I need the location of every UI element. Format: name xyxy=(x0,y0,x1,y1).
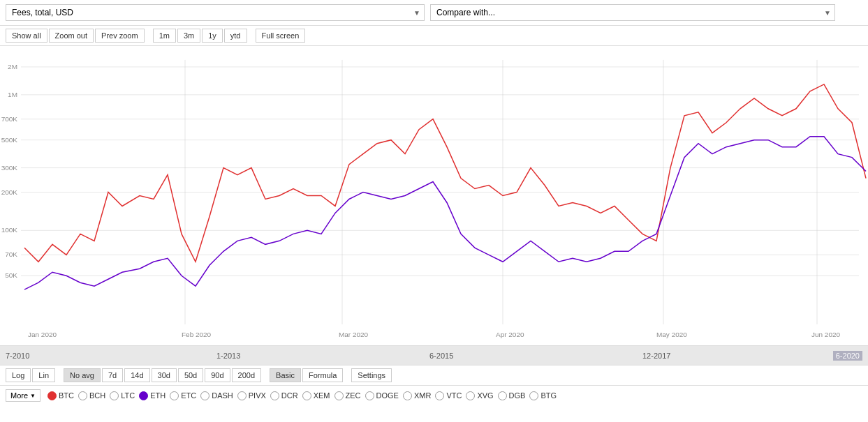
coin-label-dcr: DCR xyxy=(281,391,298,400)
coin-label-btg: BTG xyxy=(540,391,557,400)
full-screen-button[interactable]: Full screen xyxy=(256,29,306,43)
compare-metric-select[interactable]: Compare with... xyxy=(430,4,835,21)
coin-label-btc: BTC xyxy=(59,391,74,400)
x-label-feb: Feb 2020 xyxy=(182,331,212,338)
coin-item-ltc[interactable]: LTC xyxy=(110,391,135,400)
coin-item-dcr[interactable]: DCR xyxy=(270,391,298,400)
coin-radio-xmr[interactable] xyxy=(403,391,412,400)
more-button[interactable]: More ▼ xyxy=(6,389,41,402)
coin-item-zec[interactable]: ZEC xyxy=(334,391,361,400)
coin-radio-btg[interactable] xyxy=(529,391,538,400)
coin-item-vtc[interactable]: VTC xyxy=(435,391,462,400)
14d-button[interactable]: 14d xyxy=(124,368,149,382)
no-avg-button[interactable]: No avg xyxy=(64,368,101,382)
settings-button[interactable]: Settings xyxy=(351,368,392,382)
x-label-jan: Jan 2020 xyxy=(28,331,57,338)
y-label-200k: 200K xyxy=(1,188,18,196)
coin-radio-ltc[interactable] xyxy=(110,391,119,400)
200d-button[interactable]: 200d xyxy=(232,368,261,382)
timeline-label-2017: 12-2017 xyxy=(642,352,670,360)
coin-label-bch: BCH xyxy=(89,391,105,400)
y-label-1m: 1M xyxy=(8,91,17,98)
coin-label-dash: DASH xyxy=(212,391,233,400)
coin-item-dash[interactable]: DASH xyxy=(200,391,233,400)
btc-line xyxy=(24,84,866,262)
coin-item-etc[interactable]: ETC xyxy=(170,391,196,400)
coin-radio-etc[interactable] xyxy=(170,391,179,400)
timeline-bar[interactable]: 7-2010 1-2013 6-2015 12-2017 6-2020 xyxy=(0,346,868,366)
timeline-label-2015: 6-2015 xyxy=(429,352,453,360)
50d-button[interactable]: 50d xyxy=(178,368,203,382)
chart-svg: 2M 1M 700K 500K 300K 200K 100K 70K 50K J… xyxy=(0,46,868,345)
coin-list: BTCBCHLTCETHETCDASHPIVXDCRXEMZECDOGEXMRV… xyxy=(47,391,559,400)
y-label-100k: 100K xyxy=(1,226,18,234)
zoom-out-button[interactable]: Zoom out xyxy=(49,29,94,43)
coin-radio-xem[interactable] xyxy=(302,391,311,400)
coin-radio-vtc[interactable] xyxy=(435,391,444,400)
coin-radio-bch[interactable] xyxy=(78,391,87,400)
coin-item-xem[interactable]: XEM xyxy=(302,391,330,400)
ytd-button[interactable]: ytd xyxy=(224,29,247,43)
coin-radio-xvg[interactable] xyxy=(466,391,475,400)
bottom-controls-bar: Log Lin No avg 7d 14d 30d 50d 90d 200d B… xyxy=(0,366,868,386)
coin-radio-dgb[interactable] xyxy=(498,391,507,400)
coin-label-doge: DOGE xyxy=(376,391,399,400)
coin-radio-btc[interactable] xyxy=(47,391,57,400)
zoom-controls-bar: Show all Zoom out Prev zoom 1m 3m 1y ytd… xyxy=(0,26,868,46)
formula-button[interactable]: Formula xyxy=(302,368,343,382)
coin-radio-eth[interactable] xyxy=(139,391,148,400)
coin-label-dgb: DGB xyxy=(509,391,526,400)
coin-bar: More ▼ BTCBCHLTCETHETCDASHPIVXDCRXEMZECD… xyxy=(0,386,868,405)
coin-radio-dcr[interactable] xyxy=(270,391,279,400)
coin-radio-doge[interactable] xyxy=(365,391,374,400)
prev-zoom-button[interactable]: Prev zoom xyxy=(95,29,145,43)
x-label-mar: Mar 2020 xyxy=(339,331,369,338)
more-label: More xyxy=(10,391,28,400)
timeline-label-2013: 1-2013 xyxy=(216,352,240,360)
coin-label-xem: XEM xyxy=(314,391,330,400)
coin-label-eth: ETH xyxy=(150,391,165,400)
coin-label-pivx: PIVX xyxy=(249,391,266,400)
coin-item-bch[interactable]: BCH xyxy=(78,391,105,400)
coin-item-xvg[interactable]: XVG xyxy=(466,391,493,400)
1y-button[interactable]: 1y xyxy=(202,29,223,43)
coin-item-btg[interactable]: BTG xyxy=(529,391,557,400)
show-all-button[interactable]: Show all xyxy=(6,29,47,43)
coin-label-etc: ETC xyxy=(181,391,196,400)
coin-radio-dash[interactable] xyxy=(200,391,209,400)
coin-label-zec: ZEC xyxy=(346,391,361,400)
y-label-70k: 70K xyxy=(5,250,17,258)
coin-item-eth[interactable]: ETH xyxy=(139,391,165,400)
more-arrow-icon: ▼ xyxy=(30,393,36,399)
lin-button[interactable]: Lin xyxy=(32,368,55,382)
main-metric-select[interactable]: Fees, total, USD xyxy=(6,4,425,21)
main-metric-wrapper: Fees, total, USD xyxy=(6,4,425,21)
basic-button[interactable]: Basic xyxy=(270,368,301,382)
coin-item-pivx[interactable]: PIVX xyxy=(237,391,266,400)
3m-button[interactable]: 3m xyxy=(177,29,200,43)
coin-label-vtc: VTC xyxy=(446,391,462,400)
7d-button[interactable]: 7d xyxy=(102,368,123,382)
coin-label-xvg: XVG xyxy=(477,391,493,400)
y-label-500k: 500K xyxy=(1,136,18,144)
chart-area: 2M 1M 700K 500K 300K 200K 100K 70K 50K J… xyxy=(0,46,868,346)
coin-label-xmr: XMR xyxy=(414,391,431,400)
coin-item-btc[interactable]: BTC xyxy=(47,391,74,400)
30d-button[interactable]: 30d xyxy=(152,368,177,382)
y-label-2m: 2M xyxy=(8,63,17,70)
coin-item-doge[interactable]: DOGE xyxy=(365,391,399,400)
x-label-apr: Apr 2020 xyxy=(496,331,524,338)
log-button[interactable]: Log xyxy=(6,368,31,382)
coin-item-xmr[interactable]: XMR xyxy=(403,391,431,400)
1m-button[interactable]: 1m xyxy=(153,29,176,43)
y-label-300k: 300K xyxy=(1,164,18,172)
y-label-50k: 50K xyxy=(5,271,17,279)
compare-metric-wrapper: Compare with... xyxy=(430,4,835,21)
timeline-label-2020: 6-2020 xyxy=(833,351,862,361)
coin-radio-zec[interactable] xyxy=(334,391,344,400)
coin-item-dgb[interactable]: DGB xyxy=(498,391,526,400)
x-label-jun: Jun 2020 xyxy=(811,331,841,338)
90d-button[interactable]: 90d xyxy=(205,368,230,382)
coin-radio-pivx[interactable] xyxy=(237,391,247,400)
timeline-label-2010: 7-2010 xyxy=(6,352,29,360)
